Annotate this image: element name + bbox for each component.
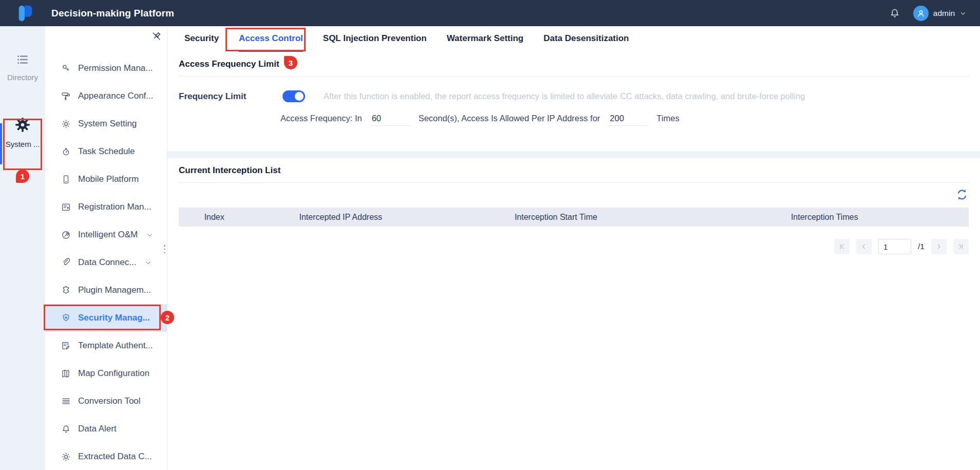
- sidebar-item-security-management[interactable]: Security Manag...: [45, 304, 167, 332]
- next-page-button[interactable]: [931, 239, 947, 254]
- sidebar-item-label: Mobile Platform: [78, 174, 139, 184]
- frequency-limit-label: Frequency Limit: [179, 91, 282, 102]
- sidebar-item-plugin-management[interactable]: Plugin Managem...: [45, 276, 167, 304]
- sidebar-item-mobile-platform[interactable]: Mobile Platform: [45, 165, 167, 193]
- sidebar-item-task-schedule[interactable]: Task Schedule: [45, 138, 167, 165]
- toggle-knob: [295, 92, 304, 101]
- sidebar-item-data-alert[interactable]: Data Alert: [45, 415, 167, 443]
- seconds-input[interactable]: [370, 112, 411, 126]
- sidebar-item-label: Data Connec...: [78, 257, 136, 268]
- directory-list-icon: [15, 53, 30, 66]
- username: admin: [933, 9, 955, 18]
- page-number-input[interactable]: [878, 239, 911, 254]
- map-icon: [61, 368, 71, 379]
- security-tabs: Security Access Control SQL Injection Pr…: [167, 26, 980, 52]
- sidebar-item-system-setting[interactable]: System Setting: [45, 110, 167, 138]
- rule-middle-text: Second(s), Access Is Allowed Per IP Addr…: [419, 114, 600, 123]
- pagination: /1: [179, 239, 969, 254]
- last-page-button[interactable]: [953, 239, 969, 254]
- paperclip-icon: [61, 257, 71, 268]
- stacked-lines-icon: [61, 396, 71, 407]
- rail-item-label: Directory: [0, 73, 45, 82]
- times-input[interactable]: [608, 112, 649, 126]
- sidebar-item-permission-management[interactable]: Permission Mana...: [45, 54, 167, 82]
- sidebar-item-appearance-configuration[interactable]: Appearance Conf...: [45, 82, 167, 110]
- settings-menu: Permission Mana... Appearance Conf... Sy…: [45, 54, 167, 470]
- chevron-down-icon: [959, 10, 967, 17]
- sidebar-item-intelligent-om[interactable]: Intelligent O&M: [45, 221, 167, 249]
- frequency-rule-row: Access Frequency: In Second(s), Access I…: [179, 112, 969, 126]
- sidebar-item-label: Security Manag...: [78, 313, 150, 323]
- gear-icon: [14, 117, 31, 133]
- gear-outline-icon: [61, 119, 71, 129]
- sidebar-item-label: Registration Man...: [78, 202, 152, 212]
- rail-item-directory[interactable]: Directory: [0, 53, 45, 82]
- tab-watermark-setting[interactable]: Watermark Setting: [447, 26, 524, 52]
- frequency-limit-toggle[interactable]: [282, 90, 305, 102]
- document-edit-icon: [61, 341, 71, 351]
- sidebar-item-registration-management[interactable]: Registration Man...: [45, 193, 167, 221]
- sidebar-item-label: Template Authent...: [78, 341, 153, 351]
- first-page-button[interactable]: [834, 239, 850, 254]
- sidebar-item-template-authentication[interactable]: Template Authent...: [45, 332, 167, 360]
- rule-prefix-text: Access Frequency: In: [280, 114, 362, 123]
- sidebar-item-label: Data Alert: [78, 424, 117, 434]
- sidebar-item-label: Task Schedule: [78, 146, 135, 157]
- sidebar-item-label: Appearance Conf...: [78, 91, 153, 101]
- table-toolbar: [179, 188, 969, 201]
- paint-roller-icon: [61, 91, 71, 102]
- column-header-index: Index: [179, 213, 250, 222]
- sidebar-item-label: Extracted Data C...: [78, 452, 152, 462]
- section-title: Current Interception List: [179, 165, 969, 176]
- total-pages-label: /1: [918, 242, 925, 251]
- top-bar: Decision-making Platform admin: [0, 0, 980, 26]
- column-header-times: Interception Times: [681, 213, 969, 222]
- settings-sidebar: Permission Mana... Appearance Conf... Sy…: [45, 26, 167, 470]
- notification-bell-icon[interactable]: [889, 7, 901, 20]
- previous-page-button[interactable]: [856, 239, 872, 254]
- platform-logo-icon: [15, 4, 35, 23]
- divider: [179, 76, 969, 77]
- tab-data-desensitization[interactable]: Data Desensitization: [543, 26, 629, 52]
- active-rail-indicator: [0, 123, 2, 164]
- unpin-icon[interactable]: [150, 30, 162, 42]
- sidebar-item-label: Conversion Tool: [78, 396, 141, 406]
- wrench-circle-icon: [61, 230, 71, 240]
- access-frequency-section: Access Frequency Limit Frequency Limit A…: [167, 52, 980, 126]
- sidebar-item-conversion-tool[interactable]: Conversion Tool: [45, 387, 167, 415]
- chevron-down-icon: [146, 232, 153, 238]
- interception-table-header: Index Intercepted IP Address Interceptio…: [179, 208, 969, 227]
- user-menu[interactable]: admin: [913, 6, 967, 21]
- shield-plus-icon: [61, 313, 71, 324]
- tab-security[interactable]: Security: [184, 26, 219, 52]
- tab-access-control[interactable]: Access Control: [239, 26, 303, 52]
- sidebar-item-extracted-data[interactable]: Extracted Data C...: [45, 443, 167, 470]
- interception-list-section: Current Interception List: [167, 158, 980, 254]
- tab-sql-injection-prevention[interactable]: SQL Injection Prevention: [323, 26, 427, 52]
- avatar: [913, 6, 929, 21]
- sidebar-item-label: Plugin Managem...: [78, 285, 151, 295]
- divider: [179, 182, 969, 183]
- key-icon: [61, 63, 71, 74]
- section-title: Access Frequency Limit: [179, 59, 969, 69]
- rail-item-system[interactable]: System ...: [0, 117, 45, 148]
- person-icon: [916, 8, 926, 18]
- section-separator: [167, 151, 980, 158]
- app-window: Decision-making Platform admin: [0, 0, 980, 470]
- gear-outline-icon: [61, 452, 71, 462]
- column-header-start-time: Interception Start Time: [431, 213, 680, 222]
- sidebar-item-label: Intelligent O&M: [78, 230, 138, 240]
- frequency-limit-row: Frequency Limit After this function is e…: [179, 90, 969, 102]
- sidebar-item-map-configuration[interactable]: Map Configuration: [45, 360, 167, 387]
- puzzle-piece-icon: [61, 285, 71, 296]
- frequency-help-text: After this function is enabled, the repo…: [324, 91, 805, 101]
- rule-suffix-text: Times: [656, 114, 679, 123]
- sidebar-item-data-connection[interactable]: Data Connec...: [45, 249, 167, 276]
- sidebar-item-label: System Setting: [78, 119, 137, 129]
- refresh-icon[interactable]: [955, 188, 969, 201]
- sidebar-item-label: Permission Mana...: [78, 63, 153, 73]
- app-title: Decision-making Platform: [51, 8, 174, 19]
- rail-item-label: System ...: [0, 140, 45, 148]
- sidebar-item-label: Map Configuration: [78, 368, 149, 379]
- main-content: Security Access Control SQL Injection Pr…: [167, 26, 980, 470]
